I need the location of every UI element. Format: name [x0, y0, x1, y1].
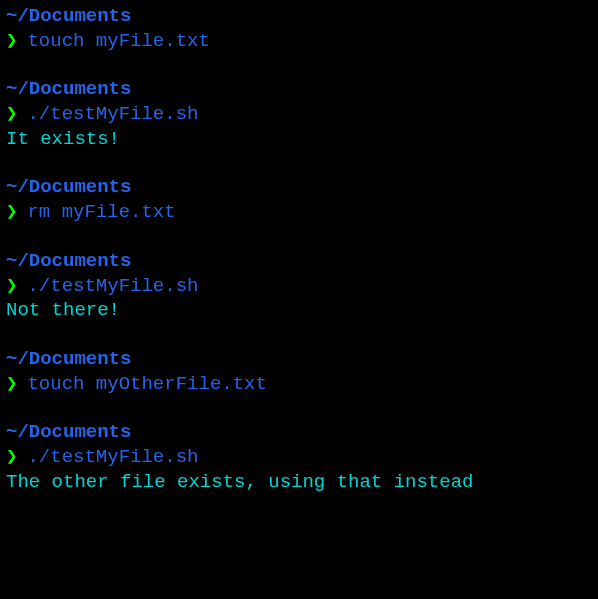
command-output: The other file exists, using that instea… [6, 470, 592, 495]
prompt-symbol: ❯ [6, 372, 17, 397]
command-text: touch myFile.txt [27, 29, 209, 54]
prompt-line[interactable]: ❯ touch myOtherFile.txt [6, 372, 592, 397]
prompt-symbol: ❯ [6, 445, 17, 470]
prompt-line[interactable]: ❯ touch myFile.txt [6, 29, 592, 54]
prompt-symbol: ❯ [6, 200, 17, 225]
prompt-line[interactable]: ❯ ./testMyFile.sh [6, 102, 592, 127]
prompt-symbol: ❯ [6, 29, 17, 54]
command-output: It exists! [6, 127, 592, 152]
prompt-symbol: ❯ [6, 102, 17, 127]
prompt-line[interactable]: ❯ ./testMyFile.sh [6, 274, 592, 299]
command-text: rm myFile.txt [27, 200, 175, 225]
terminal-block: ~/Documents ❯ ./testMyFile.sh It exists! [6, 77, 592, 151]
prompt-symbol: ❯ [6, 274, 17, 299]
terminal-block: ~/Documents ❯ ./testMyFile.sh Not there! [6, 249, 592, 323]
terminal-block: ~/Documents ❯ ./testMyFile.sh The other … [6, 420, 592, 494]
command-text: ./testMyFile.sh [27, 274, 198, 299]
cwd-path: ~/Documents [6, 249, 592, 274]
cwd-path: ~/Documents [6, 4, 592, 29]
prompt-line[interactable]: ❯ rm myFile.txt [6, 200, 592, 225]
command-text: ./testMyFile.sh [27, 445, 198, 470]
terminal-block: ~/Documents ❯ rm myFile.txt [6, 175, 592, 224]
command-text: ./testMyFile.sh [27, 102, 198, 127]
cwd-path: ~/Documents [6, 77, 592, 102]
command-text: touch myOtherFile.txt [27, 372, 266, 397]
command-output: Not there! [6, 298, 592, 323]
cwd-path: ~/Documents [6, 420, 592, 445]
cwd-path: ~/Documents [6, 347, 592, 372]
terminal-block: ~/Documents ❯ touch myFile.txt [6, 4, 592, 53]
terminal-block: ~/Documents ❯ touch myOtherFile.txt [6, 347, 592, 396]
prompt-line[interactable]: ❯ ./testMyFile.sh [6, 445, 592, 470]
cwd-path: ~/Documents [6, 175, 592, 200]
